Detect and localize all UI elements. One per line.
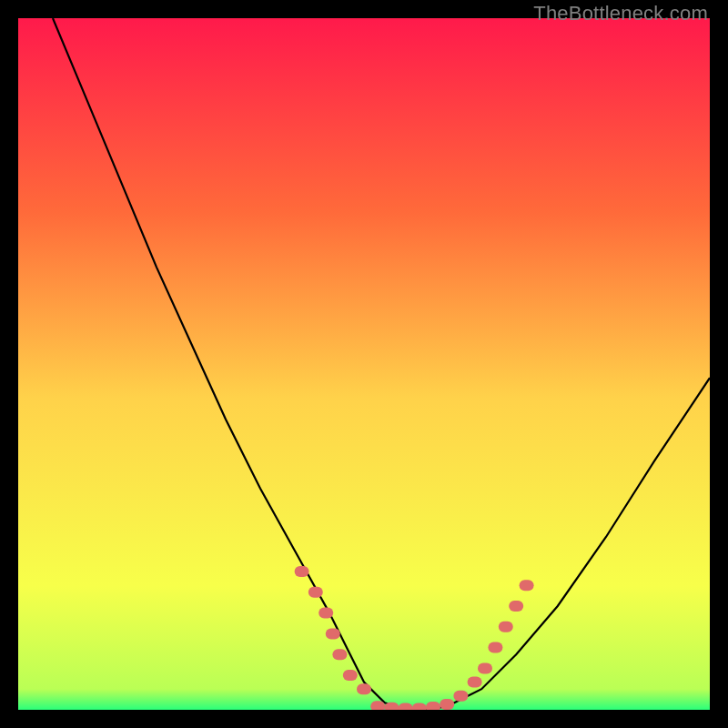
data-marker bbox=[326, 628, 340, 639]
data-marker bbox=[343, 670, 358, 681]
data-marker bbox=[357, 683, 371, 694]
data-marker bbox=[308, 587, 323, 598]
chart-frame bbox=[18, 18, 710, 710]
data-marker bbox=[499, 622, 513, 632]
data-marker bbox=[440, 699, 454, 710]
chart-svg bbox=[18, 18, 710, 710]
data-marker bbox=[426, 702, 440, 710]
data-marker bbox=[468, 677, 482, 688]
data-marker bbox=[318, 608, 333, 619]
data-marker bbox=[453, 691, 468, 702]
gradient-background bbox=[18, 18, 710, 710]
data-marker bbox=[478, 662, 492, 673]
watermark-text: TheBottleneck.com bbox=[533, 2, 708, 25]
data-marker bbox=[332, 649, 347, 660]
data-marker bbox=[509, 601, 523, 612]
data-marker bbox=[370, 701, 385, 710]
data-marker bbox=[295, 566, 309, 577]
data-marker bbox=[384, 703, 399, 710]
data-marker bbox=[520, 580, 534, 591]
data-marker bbox=[488, 642, 502, 653]
